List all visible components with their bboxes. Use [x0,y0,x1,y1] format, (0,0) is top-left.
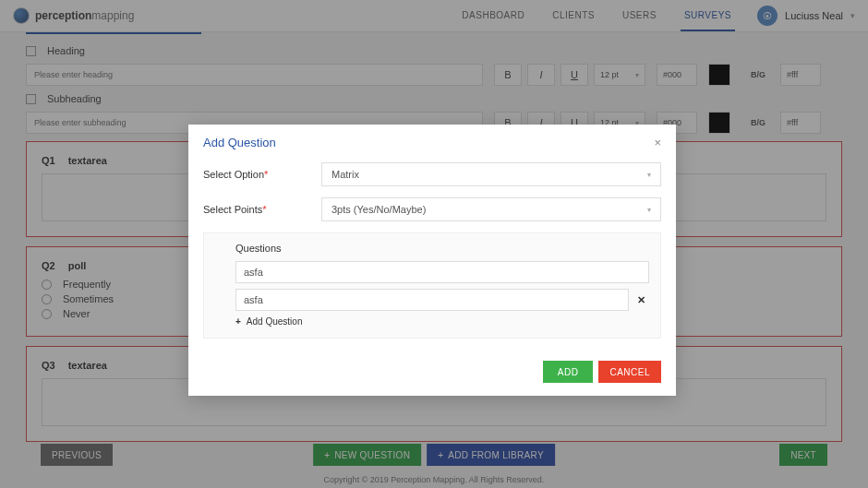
matrix-question-input-2[interactable] [235,289,629,311]
select-points-label: Select Points* [203,204,321,215]
chevron-down-icon: ▾ [647,171,651,179]
chevron-down-icon: ▾ [647,206,651,214]
plus-icon: + [235,316,241,327]
add-question-modal: Add Question × Select Option* Matrix▾ Se… [188,125,676,396]
close-icon[interactable]: × [654,136,661,149]
select-option-dropdown[interactable]: Matrix▾ [321,162,661,186]
questions-sublist: Questions ✕ +Add Question [203,232,661,339]
select-points-dropdown[interactable]: 3pts (Yes/No/Maybe)▾ [321,197,661,221]
modal-title: Add Question [203,136,276,149]
add-question-link[interactable]: +Add Question [235,316,649,327]
questions-header: Questions [235,243,649,254]
add-button[interactable]: ADD [543,361,594,383]
remove-question-icon[interactable]: ✕ [633,294,649,306]
select-option-label: Select Option* [203,169,321,180]
matrix-question-input-1[interactable] [235,261,649,283]
cancel-button[interactable]: CANCEL [598,361,661,383]
